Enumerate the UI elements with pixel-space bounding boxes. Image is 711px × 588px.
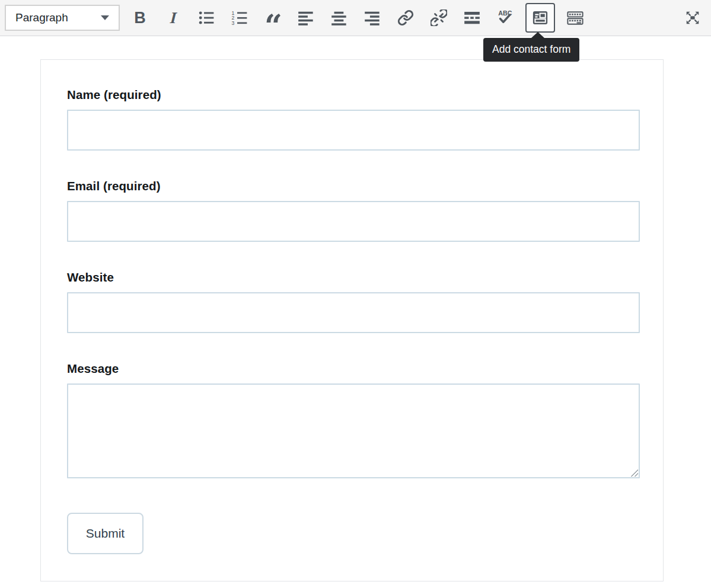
field-row-email: Email (required) xyxy=(67,179,663,242)
contact-form-preview-card: Name (required) Email (required) Website… xyxy=(40,59,664,581)
email-input[interactable] xyxy=(67,201,640,242)
tooltip-add-contact-form: Add contact form xyxy=(483,38,579,62)
align-right-icon xyxy=(364,9,381,26)
svg-text:3: 3 xyxy=(232,20,235,26)
spellcheck-button[interactable]: ABC xyxy=(492,4,518,32)
website-input[interactable] xyxy=(67,292,640,333)
keyboard-toggle-button[interactable] xyxy=(562,4,588,32)
bullet-list-button[interactable] xyxy=(193,4,219,32)
paragraph-format-dropdown[interactable]: Paragraph xyxy=(5,5,120,31)
email-field-label: Email (required) xyxy=(67,179,663,193)
link-icon xyxy=(397,9,414,26)
align-left-button[interactable] xyxy=(293,4,319,32)
italic-button[interactable]: I xyxy=(160,4,186,32)
remove-link-button[interactable] xyxy=(426,4,452,32)
align-center-button[interactable] xyxy=(326,4,352,32)
submit-row: Submit xyxy=(67,513,663,554)
contact-form-icon xyxy=(531,9,549,26)
add-contact-form-button[interactable] xyxy=(525,3,555,33)
distraction-free-button[interactable] xyxy=(680,4,706,32)
website-field-label: Website xyxy=(67,270,663,285)
name-field-label: Name (required) xyxy=(67,88,663,102)
message-field-label: Message xyxy=(67,362,663,376)
spellcheck-icon: ABC xyxy=(496,9,515,27)
bold-icon: B xyxy=(134,10,146,26)
editor-toolbar: Paragraph B I 1 2 3 “ xyxy=(0,0,711,36)
paragraph-format-value: Paragraph xyxy=(15,11,68,24)
submit-button[interactable]: Submit xyxy=(67,513,144,554)
read-more-button[interactable] xyxy=(459,4,485,32)
align-right-button[interactable] xyxy=(359,4,385,32)
message-textarea[interactable] xyxy=(67,384,640,478)
chevron-down-icon xyxy=(101,15,109,20)
tooltip-arrow xyxy=(531,32,544,38)
field-row-name: Name (required) xyxy=(67,88,663,151)
read-more-icon xyxy=(463,9,481,26)
message-textarea-wrap xyxy=(67,384,640,478)
field-row-message: Message xyxy=(67,362,663,478)
keyboard-icon xyxy=(566,9,585,26)
align-left-icon xyxy=(298,9,314,26)
tooltip-text: Add contact form xyxy=(492,43,570,55)
bold-button[interactable]: B xyxy=(127,4,153,32)
numbered-list-button[interactable]: 1 2 3 xyxy=(227,4,253,32)
unlink-icon xyxy=(431,9,447,26)
blockquote-button[interactable]: “ xyxy=(260,4,286,32)
field-row-website: Website xyxy=(67,270,663,333)
numbered-list-icon: 1 2 3 xyxy=(231,9,248,26)
insert-link-button[interactable] xyxy=(393,4,419,32)
bullet-list-icon xyxy=(198,9,215,26)
align-center-icon xyxy=(331,9,347,26)
name-input[interactable] xyxy=(67,110,640,151)
italic-icon: I xyxy=(170,10,177,26)
fullscreen-icon xyxy=(684,9,702,26)
